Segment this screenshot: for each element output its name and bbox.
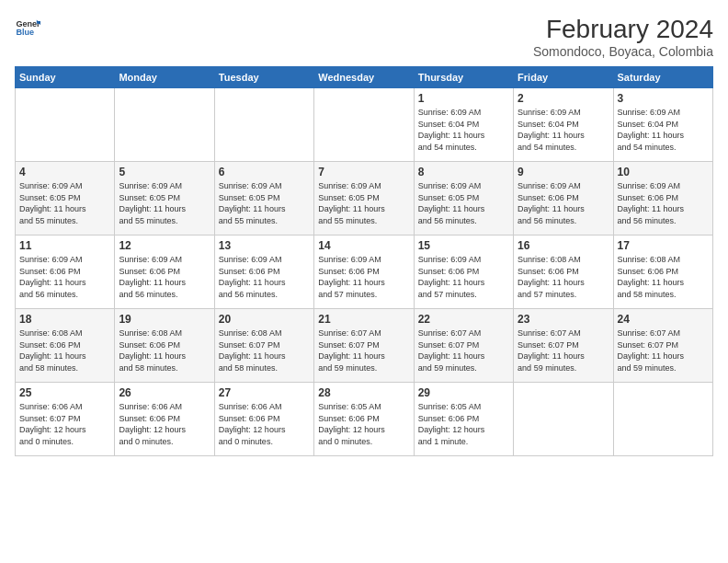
day-info: Sunrise: 6:09 AM Sunset: 6:06 PM Dayligh… xyxy=(418,254,509,300)
calendar-cell: 2Sunrise: 6:09 AM Sunset: 6:04 PM Daylig… xyxy=(514,88,613,162)
day-info: Sunrise: 6:08 AM Sunset: 6:06 PM Dayligh… xyxy=(618,254,709,300)
day-info: Sunrise: 6:05 AM Sunset: 6:06 PM Dayligh… xyxy=(418,401,509,447)
day-info: Sunrise: 6:09 AM Sunset: 6:06 PM Dayligh… xyxy=(318,254,409,300)
day-number: 11 xyxy=(19,239,110,252)
day-number: 9 xyxy=(518,166,609,178)
day-info: Sunrise: 6:05 AM Sunset: 6:06 PM Dayligh… xyxy=(318,401,409,447)
day-number: 6 xyxy=(219,166,310,178)
calendar-cell: 8Sunrise: 6:09 AM Sunset: 6:05 PM Daylig… xyxy=(414,162,513,236)
header: General Blue February 2024 Somondoco, Bo… xyxy=(15,15,713,59)
day-info: Sunrise: 6:08 AM Sunset: 6:06 PM Dayligh… xyxy=(518,254,609,300)
calendar-cell: 11Sunrise: 6:09 AM Sunset: 6:06 PM Dayli… xyxy=(16,236,115,309)
calendar-cell xyxy=(16,88,115,162)
day-number: 17 xyxy=(618,239,709,252)
day-number: 12 xyxy=(119,239,210,252)
calendar-cell: 1Sunrise: 6:09 AM Sunset: 6:04 PM Daylig… xyxy=(414,88,513,162)
day-number: 23 xyxy=(518,313,609,326)
day-number: 1 xyxy=(418,92,509,105)
day-info: Sunrise: 6:06 AM Sunset: 6:06 PM Dayligh… xyxy=(119,401,210,447)
day-number: 15 xyxy=(418,239,509,252)
calendar-cell: 13Sunrise: 6:09 AM Sunset: 6:06 PM Dayli… xyxy=(214,236,313,309)
day-info: Sunrise: 6:09 AM Sunset: 6:06 PM Dayligh… xyxy=(219,254,310,300)
logo-icon: General Blue xyxy=(15,15,40,40)
calendar-cell: 15Sunrise: 6:09 AM Sunset: 6:06 PM Dayli… xyxy=(414,236,513,309)
calendar-cell xyxy=(514,383,613,456)
day-info: Sunrise: 6:09 AM Sunset: 6:06 PM Dayligh… xyxy=(518,180,609,226)
calendar-cell: 28Sunrise: 6:05 AM Sunset: 6:06 PM Dayli… xyxy=(314,383,414,456)
day-of-week-header: Monday xyxy=(115,67,214,88)
calendar-cell: 21Sunrise: 6:07 AM Sunset: 6:07 PM Dayli… xyxy=(314,309,414,383)
day-info: Sunrise: 6:06 AM Sunset: 6:06 PM Dayligh… xyxy=(219,401,310,447)
day-number: 5 xyxy=(119,166,210,178)
day-number: 27 xyxy=(219,386,310,399)
day-info: Sunrise: 6:07 AM Sunset: 6:07 PM Dayligh… xyxy=(418,327,509,373)
calendar-cell: 26Sunrise: 6:06 AM Sunset: 6:06 PM Dayli… xyxy=(115,383,214,456)
calendar-cell: 14Sunrise: 6:09 AM Sunset: 6:06 PM Dayli… xyxy=(314,236,414,309)
day-number: 8 xyxy=(418,166,509,178)
day-number: 19 xyxy=(119,313,210,326)
day-of-week-header: Friday xyxy=(514,67,613,88)
calendar-cell: 22Sunrise: 6:07 AM Sunset: 6:07 PM Dayli… xyxy=(414,309,513,383)
calendar-cell xyxy=(613,383,712,456)
day-info: Sunrise: 6:09 AM Sunset: 6:05 PM Dayligh… xyxy=(219,180,310,226)
day-info: Sunrise: 6:08 AM Sunset: 6:06 PM Dayligh… xyxy=(19,327,110,373)
calendar-cell xyxy=(214,88,313,162)
day-info: Sunrise: 6:07 AM Sunset: 6:07 PM Dayligh… xyxy=(518,327,609,373)
calendar-cell: 4Sunrise: 6:09 AM Sunset: 6:05 PM Daylig… xyxy=(16,162,115,236)
day-info: Sunrise: 6:09 AM Sunset: 6:05 PM Dayligh… xyxy=(318,180,409,226)
day-number: 13 xyxy=(219,239,310,252)
calendar-cell: 27Sunrise: 6:06 AM Sunset: 6:06 PM Dayli… xyxy=(214,383,313,456)
calendar-cell: 16Sunrise: 6:08 AM Sunset: 6:06 PM Dayli… xyxy=(514,236,613,309)
day-of-week-header: Wednesday xyxy=(314,67,414,88)
day-number: 24 xyxy=(618,313,709,326)
day-info: Sunrise: 6:09 AM Sunset: 6:04 PM Dayligh… xyxy=(618,107,709,153)
day-info: Sunrise: 6:09 AM Sunset: 6:06 PM Dayligh… xyxy=(618,180,709,226)
calendar-cell xyxy=(115,88,214,162)
day-number: 2 xyxy=(518,92,609,105)
day-of-week-header: Saturday xyxy=(613,67,712,88)
calendar-cell: 5Sunrise: 6:09 AM Sunset: 6:05 PM Daylig… xyxy=(115,162,214,236)
day-info: Sunrise: 6:09 AM Sunset: 6:04 PM Dayligh… xyxy=(418,107,509,153)
calendar-cell: 23Sunrise: 6:07 AM Sunset: 6:07 PM Dayli… xyxy=(514,309,613,383)
day-info: Sunrise: 6:09 AM Sunset: 6:06 PM Dayligh… xyxy=(119,254,210,300)
calendar-table: SundayMondayTuesdayWednesdayThursdayFrid… xyxy=(15,66,713,456)
calendar-cell: 6Sunrise: 6:09 AM Sunset: 6:05 PM Daylig… xyxy=(214,162,313,236)
calendar-cell: 7Sunrise: 6:09 AM Sunset: 6:05 PM Daylig… xyxy=(314,162,414,236)
day-number: 18 xyxy=(19,313,110,326)
calendar-cell: 10Sunrise: 6:09 AM Sunset: 6:06 PM Dayli… xyxy=(613,162,712,236)
calendar-cell: 24Sunrise: 6:07 AM Sunset: 6:07 PM Dayli… xyxy=(613,309,712,383)
day-of-week-header: Sunday xyxy=(16,67,115,88)
day-number: 25 xyxy=(19,386,110,399)
day-info: Sunrise: 6:08 AM Sunset: 6:07 PM Dayligh… xyxy=(219,327,310,373)
day-info: Sunrise: 6:09 AM Sunset: 6:04 PM Dayligh… xyxy=(518,107,609,153)
day-number: 29 xyxy=(418,386,509,399)
main-title: February 2024 xyxy=(533,15,713,44)
day-info: Sunrise: 6:09 AM Sunset: 6:06 PM Dayligh… xyxy=(19,254,110,300)
calendar-cell: 25Sunrise: 6:06 AM Sunset: 6:07 PM Dayli… xyxy=(16,383,115,456)
calendar-cell: 18Sunrise: 6:08 AM Sunset: 6:06 PM Dayli… xyxy=(16,309,115,383)
day-info: Sunrise: 6:07 AM Sunset: 6:07 PM Dayligh… xyxy=(318,327,409,373)
day-number: 14 xyxy=(318,239,409,252)
day-info: Sunrise: 6:09 AM Sunset: 6:05 PM Dayligh… xyxy=(19,180,110,226)
day-number: 22 xyxy=(418,313,509,326)
day-of-week-header: Thursday xyxy=(414,67,513,88)
subtitle: Somondoco, Boyaca, Colombia xyxy=(533,44,713,59)
day-number: 21 xyxy=(318,313,409,326)
day-number: 7 xyxy=(318,166,409,178)
day-number: 26 xyxy=(119,386,210,399)
svg-text:Blue: Blue xyxy=(16,28,34,37)
calendar-cell: 12Sunrise: 6:09 AM Sunset: 6:06 PM Dayli… xyxy=(115,236,214,309)
calendar-cell: 29Sunrise: 6:05 AM Sunset: 6:06 PM Dayli… xyxy=(414,383,513,456)
day-info: Sunrise: 6:06 AM Sunset: 6:07 PM Dayligh… xyxy=(19,401,110,447)
day-info: Sunrise: 6:07 AM Sunset: 6:07 PM Dayligh… xyxy=(618,327,709,373)
day-info: Sunrise: 6:09 AM Sunset: 6:05 PM Dayligh… xyxy=(418,180,509,226)
calendar-cell: 17Sunrise: 6:08 AM Sunset: 6:06 PM Dayli… xyxy=(613,236,712,309)
day-number: 4 xyxy=(19,166,110,178)
day-info: Sunrise: 6:09 AM Sunset: 6:05 PM Dayligh… xyxy=(119,180,210,226)
calendar-cell: 3Sunrise: 6:09 AM Sunset: 6:04 PM Daylig… xyxy=(613,88,712,162)
calendar-cell: 19Sunrise: 6:08 AM Sunset: 6:06 PM Dayli… xyxy=(115,309,214,383)
calendar-cell xyxy=(314,88,414,162)
logo: General Blue xyxy=(15,15,40,40)
day-number: 10 xyxy=(618,166,709,178)
day-number: 3 xyxy=(618,92,709,105)
